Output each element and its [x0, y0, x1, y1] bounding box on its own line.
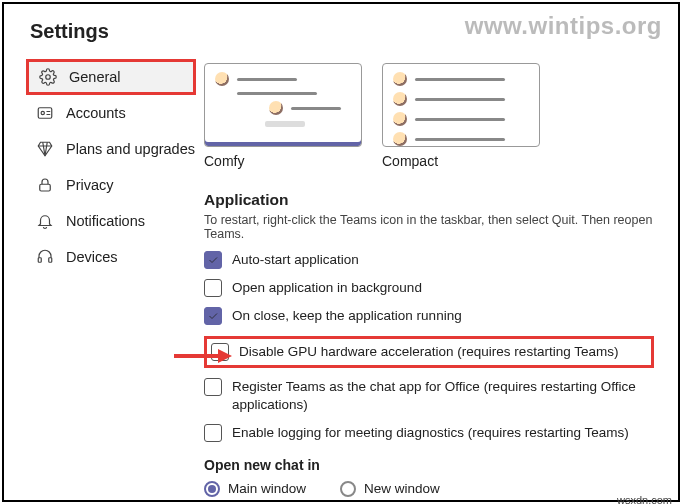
- svg-marker-7: [218, 349, 232, 363]
- svg-point-0: [46, 75, 51, 80]
- layout-preview-comfy[interactable]: [204, 63, 362, 147]
- option-label: Disable GPU hardware acceleration (requi…: [239, 343, 618, 361]
- sidebar-item-label: Notifications: [66, 213, 145, 229]
- sidebar-item-notifications[interactable]: Notifications: [26, 203, 196, 239]
- checkbox-icon[interactable]: [204, 307, 222, 325]
- option-label: Enable logging for meeting diagnostics (…: [232, 424, 629, 442]
- bell-icon: [36, 212, 54, 230]
- svg-point-2: [41, 111, 44, 114]
- watermark-text: www.wintips.org: [465, 12, 662, 40]
- radio-label: Main window: [228, 481, 306, 496]
- sidebar-item-devices[interactable]: Devices: [26, 239, 196, 275]
- gear-icon: [39, 68, 57, 86]
- option-on-close-keep-running[interactable]: On close, keep the application running: [204, 307, 660, 325]
- radio-icon: [340, 481, 356, 497]
- option-register-chat-app[interactable]: Register Teams as the chat app for Offic…: [204, 378, 660, 414]
- option-label: Auto-start application: [232, 251, 359, 269]
- preview-label-comfy: Comfy: [204, 153, 362, 169]
- option-label: On close, keep the application running: [232, 307, 462, 325]
- preview-label-compact: Compact: [382, 153, 540, 169]
- svg-rect-5: [49, 258, 52, 263]
- option-disable-gpu[interactable]: Disable GPU hardware acceleration (requi…: [204, 336, 654, 368]
- headset-icon: [36, 248, 54, 266]
- svg-rect-4: [38, 258, 41, 263]
- checkbox-icon[interactable]: [204, 378, 222, 396]
- option-enable-logging[interactable]: Enable logging for meeting diagnostics (…: [204, 424, 660, 442]
- section-application-heading: Application: [204, 191, 660, 209]
- sidebar-item-plans[interactable]: Plans and upgrades: [26, 131, 196, 167]
- sidebar-item-label: General: [69, 69, 121, 85]
- diamond-icon: [36, 140, 54, 158]
- annotation-arrow-icon: [172, 346, 232, 366]
- sidebar-item-label: Plans and upgrades: [66, 141, 195, 157]
- sidebar-item-accounts[interactable]: Accounts: [26, 95, 196, 131]
- checkbox-icon[interactable]: [204, 251, 222, 269]
- option-label: Open application in background: [232, 279, 422, 297]
- application-hint: To restart, right-click the Teams icon i…: [204, 213, 660, 241]
- sidebar-item-privacy[interactable]: Privacy: [26, 167, 196, 203]
- sidebar-item-label: Privacy: [66, 177, 114, 193]
- accounts-icon: [36, 104, 54, 122]
- svg-rect-3: [40, 184, 51, 191]
- option-label: Register Teams as the chat app for Offic…: [232, 378, 660, 414]
- option-auto-start[interactable]: Auto-start application: [204, 251, 660, 269]
- footer-tag: wsxdn.com: [617, 494, 672, 504]
- checkbox-icon[interactable]: [204, 279, 222, 297]
- settings-sidebar: General Accounts Plans and upgrades Priv…: [4, 59, 204, 497]
- lock-icon: [36, 176, 54, 194]
- radio-new-window[interactable]: New window: [340, 481, 440, 497]
- layout-preview-compact[interactable]: [382, 63, 540, 147]
- radio-icon: [204, 481, 220, 497]
- option-open-background[interactable]: Open application in background: [204, 279, 660, 297]
- checkbox-icon[interactable]: [204, 424, 222, 442]
- radio-label: New window: [364, 481, 440, 496]
- sidebar-item-general[interactable]: General: [26, 59, 196, 95]
- radio-main-window[interactable]: Main window: [204, 481, 306, 497]
- sidebar-item-label: Accounts: [66, 105, 126, 121]
- section-open-chat-heading: Open new chat in: [204, 457, 660, 473]
- layout-preview-row: Comfy Compact: [204, 63, 660, 169]
- sidebar-item-label: Devices: [66, 249, 118, 265]
